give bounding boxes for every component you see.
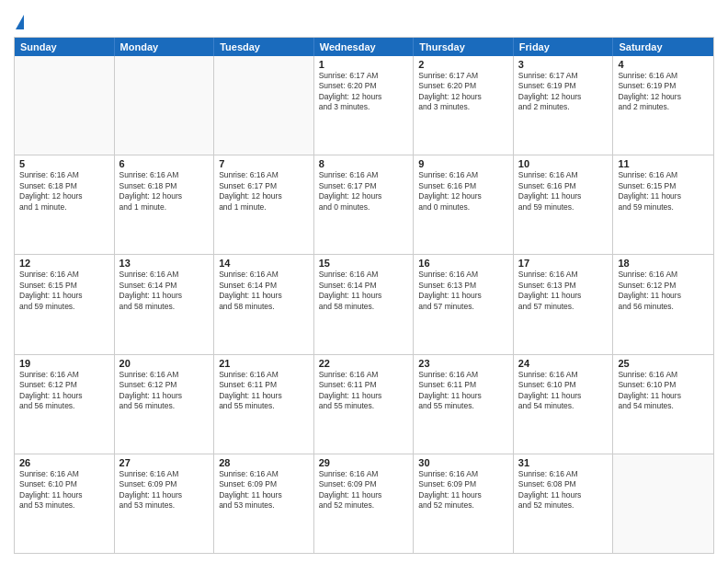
day-number: 22 (319, 358, 409, 369)
day-info: Sunrise: 6:17 AM Sunset: 6:20 PM Dayligh… (418, 71, 508, 113)
day-cell: 24Sunrise: 6:16 AM Sunset: 6:10 PM Dayli… (514, 355, 614, 454)
day-header-tuesday: Tuesday (214, 38, 314, 56)
day-header-sunday: Sunday (15, 38, 115, 56)
day-info: Sunrise: 6:17 AM Sunset: 6:20 PM Dayligh… (319, 71, 409, 113)
day-number: 26 (19, 457, 109, 468)
day-number: 10 (518, 158, 609, 169)
calendar-body: 1Sunrise: 6:17 AM Sunset: 6:20 PM Daylig… (15, 56, 713, 553)
day-info: Sunrise: 6:16 AM Sunset: 6:12 PM Dayligh… (19, 370, 109, 412)
day-info: Sunrise: 6:16 AM Sunset: 6:12 PM Dayligh… (119, 370, 210, 412)
calendar: SundayMondayTuesdayWednesdayThursdayFrid… (14, 37, 714, 554)
day-number: 13 (119, 258, 210, 269)
day-cell: 2Sunrise: 6:17 AM Sunset: 6:20 PM Daylig… (414, 56, 514, 155)
day-info: Sunrise: 6:16 AM Sunset: 6:12 PM Dayligh… (618, 270, 709, 312)
day-info: Sunrise: 6:16 AM Sunset: 6:09 PM Dayligh… (319, 469, 409, 511)
day-cell: 27Sunrise: 6:16 AM Sunset: 6:09 PM Dayli… (115, 454, 215, 553)
day-cell: 12Sunrise: 6:16 AM Sunset: 6:15 PM Dayli… (15, 255, 115, 353)
day-info: Sunrise: 6:16 AM Sunset: 6:19 PM Dayligh… (618, 71, 709, 113)
day-number: 5 (19, 158, 109, 169)
day-cell (214, 56, 314, 155)
day-info: Sunrise: 6:16 AM Sunset: 6:10 PM Dayligh… (19, 469, 109, 511)
day-cell: 7Sunrise: 6:16 AM Sunset: 6:17 PM Daylig… (214, 155, 314, 254)
week-row-4: 19Sunrise: 6:16 AM Sunset: 6:12 PM Dayli… (15, 355, 713, 454)
day-info: Sunrise: 6:16 AM Sunset: 6:11 PM Dayligh… (418, 370, 508, 412)
day-cell: 1Sunrise: 6:17 AM Sunset: 6:20 PM Daylig… (314, 56, 415, 155)
day-info: Sunrise: 6:16 AM Sunset: 6:17 PM Dayligh… (219, 170, 309, 213)
day-cell (115, 56, 215, 155)
day-number: 29 (319, 457, 409, 468)
week-row-3: 12Sunrise: 6:16 AM Sunset: 6:15 PM Dayli… (15, 255, 713, 354)
day-number: 9 (418, 158, 508, 169)
day-info: Sunrise: 6:16 AM Sunset: 6:17 PM Dayligh… (319, 170, 409, 213)
day-cell: 3Sunrise: 6:17 AM Sunset: 6:19 PM Daylig… (514, 56, 614, 155)
day-number: 30 (418, 457, 508, 468)
day-number: 12 (19, 258, 109, 269)
day-info: Sunrise: 6:16 AM Sunset: 6:09 PM Dayligh… (219, 469, 309, 511)
day-cell: 26Sunrise: 6:16 AM Sunset: 6:10 PM Dayli… (15, 454, 115, 553)
day-number: 19 (19, 358, 109, 369)
day-number: 23 (418, 358, 508, 369)
day-info: Sunrise: 6:16 AM Sunset: 6:18 PM Dayligh… (19, 170, 109, 213)
day-cell: 6Sunrise: 6:16 AM Sunset: 6:18 PM Daylig… (115, 155, 215, 254)
day-info: Sunrise: 6:16 AM Sunset: 6:10 PM Dayligh… (518, 370, 609, 412)
day-number: 14 (219, 258, 309, 269)
day-info: Sunrise: 6:16 AM Sunset: 6:16 PM Dayligh… (518, 170, 609, 213)
day-cell: 10Sunrise: 6:16 AM Sunset: 6:16 PM Dayli… (514, 155, 614, 254)
day-cell: 16Sunrise: 6:16 AM Sunset: 6:13 PM Dayli… (414, 255, 514, 353)
day-info: Sunrise: 6:16 AM Sunset: 6:09 PM Dayligh… (119, 469, 210, 511)
day-number: 31 (518, 457, 609, 468)
day-number: 4 (618, 59, 709, 70)
day-number: 28 (219, 457, 309, 468)
header (14, 9, 714, 29)
day-number: 2 (418, 59, 508, 70)
day-header-friday: Friday (514, 38, 614, 56)
day-info: Sunrise: 6:16 AM Sunset: 6:15 PM Dayligh… (19, 270, 109, 312)
day-cell: 8Sunrise: 6:16 AM Sunset: 6:17 PM Daylig… (314, 155, 415, 254)
day-cell: 5Sunrise: 6:16 AM Sunset: 6:18 PM Daylig… (15, 155, 115, 254)
day-number: 11 (618, 158, 709, 169)
day-number: 3 (518, 59, 609, 70)
day-info: Sunrise: 6:16 AM Sunset: 6:13 PM Dayligh… (418, 270, 508, 312)
day-cell: 22Sunrise: 6:16 AM Sunset: 6:11 PM Dayli… (314, 355, 415, 454)
day-cell: 11Sunrise: 6:16 AM Sunset: 6:15 PM Dayli… (613, 155, 713, 254)
day-cell: 9Sunrise: 6:16 AM Sunset: 6:16 PM Daylig… (414, 155, 514, 254)
day-header-wednesday: Wednesday (314, 38, 415, 56)
day-number: 17 (518, 258, 609, 269)
logo-general (14, 13, 24, 29)
day-header-thursday: Thursday (414, 38, 514, 56)
day-info: Sunrise: 6:16 AM Sunset: 6:11 PM Dayligh… (219, 370, 309, 412)
week-row-5: 26Sunrise: 6:16 AM Sunset: 6:10 PM Dayli… (15, 454, 713, 553)
day-number: 6 (119, 158, 210, 169)
day-info: Sunrise: 6:16 AM Sunset: 6:14 PM Dayligh… (319, 270, 409, 312)
day-header-monday: Monday (115, 38, 215, 56)
day-info: Sunrise: 6:16 AM Sunset: 6:15 PM Dayligh… (618, 170, 709, 213)
day-info: Sunrise: 6:16 AM Sunset: 6:09 PM Dayligh… (418, 469, 508, 511)
day-number: 15 (319, 258, 409, 269)
day-cell: 4Sunrise: 6:16 AM Sunset: 6:19 PM Daylig… (613, 56, 713, 155)
day-headers-row: SundayMondayTuesdayWednesdayThursdayFrid… (15, 38, 713, 56)
day-number: 24 (518, 358, 609, 369)
day-info: Sunrise: 6:16 AM Sunset: 6:14 PM Dayligh… (219, 270, 309, 312)
day-number: 16 (418, 258, 508, 269)
logo-triangle-icon (16, 15, 24, 29)
day-cell: 17Sunrise: 6:16 AM Sunset: 6:13 PM Dayli… (514, 255, 614, 353)
day-number: 27 (119, 457, 210, 468)
week-row-2: 5Sunrise: 6:16 AM Sunset: 6:18 PM Daylig… (15, 155, 713, 255)
page: SundayMondayTuesdayWednesdayThursdayFrid… (0, 0, 728, 563)
day-number: 18 (618, 258, 709, 269)
day-cell (613, 454, 713, 553)
day-info: Sunrise: 6:16 AM Sunset: 6:18 PM Dayligh… (119, 170, 210, 213)
week-row-1: 1Sunrise: 6:17 AM Sunset: 6:20 PM Daylig… (15, 56, 713, 155)
day-cell: 18Sunrise: 6:16 AM Sunset: 6:12 PM Dayli… (613, 255, 713, 353)
day-cell: 29Sunrise: 6:16 AM Sunset: 6:09 PM Dayli… (314, 454, 415, 553)
day-info: Sunrise: 6:16 AM Sunset: 6:11 PM Dayligh… (319, 370, 409, 412)
day-number: 1 (319, 59, 409, 70)
day-info: Sunrise: 6:16 AM Sunset: 6:08 PM Dayligh… (518, 469, 609, 511)
day-cell: 15Sunrise: 6:16 AM Sunset: 6:14 PM Dayli… (314, 255, 415, 353)
day-cell: 21Sunrise: 6:16 AM Sunset: 6:11 PM Dayli… (214, 355, 314, 454)
day-number: 21 (219, 358, 309, 369)
day-info: Sunrise: 6:16 AM Sunset: 6:16 PM Dayligh… (418, 170, 508, 213)
day-number: 25 (618, 358, 709, 369)
day-cell: 31Sunrise: 6:16 AM Sunset: 6:08 PM Dayli… (514, 454, 614, 553)
day-info: Sunrise: 6:16 AM Sunset: 6:10 PM Dayligh… (618, 370, 709, 412)
